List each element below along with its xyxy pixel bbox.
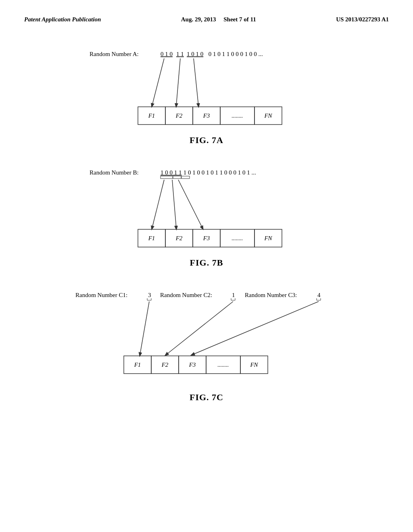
fig-7b-caption: FIG. 7B — [190, 258, 223, 268]
svg-text:0 1 0 1 1 0 0 0 1 0 0 ...: 0 1 0 1 1 0 0 0 1 0 0 ... — [207, 51, 263, 57]
svg-7a: Random Number A: 0 1 0 1 1 1 0 1 0 0 1 0… — [90, 47, 332, 128]
svg-text:F3: F3 — [203, 235, 210, 241]
svg-7c: Random Number C1: 3 Random Number C2: 1 … — [75, 288, 338, 385]
svg-text:1 0 1 0: 1 0 1 0 — [187, 51, 203, 57]
svg-rect-22 — [181, 176, 190, 179]
header-date: Aug. 29, 2013 — [181, 16, 216, 23]
svg-line-52 — [140, 301, 149, 355]
svg-text:........: ........ — [217, 362, 229, 368]
header-publication-type: Patent Application Publication — [24, 16, 101, 23]
diagram-7a: Random Number A: 0 1 0 1 1 1 0 1 0 0 1 0… — [90, 47, 323, 128]
svg-text:F2: F2 — [175, 112, 183, 119]
svg-text:1 0 1 0 0 1 0 1 1 0 0 0 1 0 1 : 1 0 1 0 0 1 0 1 1 0 0 0 1 0 1 ... — [182, 169, 256, 176]
svg-text:FN: FN — [250, 362, 258, 368]
header-sheet: Sheet 7 of 11 — [223, 16, 256, 23]
svg-text:Random Number C1:: Random Number C1: — [75, 292, 127, 298]
page: Patent Application Publication Aug. 29, … — [0, 0, 413, 532]
svg-line-24 — [152, 180, 164, 228]
svg-text:........: ........ — [232, 235, 243, 241]
svg-text:Random Number B:: Random Number B: — [90, 169, 139, 176]
svg-text:F2: F2 — [175, 235, 183, 241]
svg-line-53 — [166, 301, 233, 355]
svg-text:FN: FN — [264, 112, 272, 119]
svg-line-54 — [192, 301, 319, 355]
page-header: Patent Application Publication Aug. 29, … — [24, 16, 389, 23]
svg-text:F1: F1 — [148, 235, 155, 241]
svg-text:F1: F1 — [134, 362, 141, 368]
svg-text:1 1: 1 1 — [176, 51, 184, 57]
svg-text:........: ........ — [232, 113, 243, 119]
diagram-7b: Random Number B: 1 0 0 1 1 1 0 1 0 0 1 0… — [90, 166, 323, 250]
svg-text:F3: F3 — [203, 112, 210, 119]
svg-text:F2: F2 — [161, 362, 169, 368]
svg-text:3: 3 — [148, 292, 151, 298]
svg-line-25 — [172, 180, 176, 228]
header-date-sheet: Aug. 29, 2013 Sheet 7 of 11 — [181, 16, 256, 23]
figure-7b-section: Random Number B: 1 0 0 1 1 1 0 1 0 0 1 0… — [24, 166, 389, 268]
svg-rect-21 — [173, 176, 181, 179]
svg-line-5 — [152, 58, 164, 106]
fig-7c-caption: FIG. 7C — [190, 392, 223, 403]
svg-text:Random Number C3:: Random Number C3: — [245, 292, 297, 298]
svg-line-7 — [194, 58, 198, 106]
svg-rect-20 — [161, 176, 173, 179]
svg-text:4: 4 — [317, 292, 321, 298]
svg-line-6 — [176, 58, 180, 106]
svg-text:F1: F1 — [148, 112, 155, 119]
diagram-7c: Random Number C1: 3 Random Number C2: 1 … — [75, 288, 338, 385]
fig-7a-caption: FIG. 7A — [190, 135, 223, 145]
figure-7a-section: Random Number A: 0 1 0 1 1 1 0 1 0 0 1 0… — [24, 47, 389, 145]
header-patent-number: US 2013/0227293 A1 — [336, 16, 389, 23]
svg-line-26 — [178, 180, 202, 228]
figure-7c-section: Random Number C1: 3 Random Number C2: 1 … — [24, 288, 389, 403]
svg-text:1 0 0 1 1: 1 0 0 1 1 — [161, 169, 182, 176]
svg-text:0 1 0: 0 1 0 — [161, 51, 173, 57]
svg-text:Random Number C2:: Random Number C2: — [160, 292, 212, 298]
svg-text:FN: FN — [264, 235, 272, 241]
svg-text:F3: F3 — [189, 362, 196, 368]
svg-text:Random Number A:: Random Number A: — [90, 51, 139, 57]
svg-7b: Random Number B: 1 0 0 1 1 1 0 1 0 0 1 0… — [90, 166, 332, 250]
figures-container: Random Number A: 0 1 0 1 1 1 0 1 0 0 1 0… — [24, 47, 389, 419]
svg-text:1: 1 — [232, 292, 235, 298]
